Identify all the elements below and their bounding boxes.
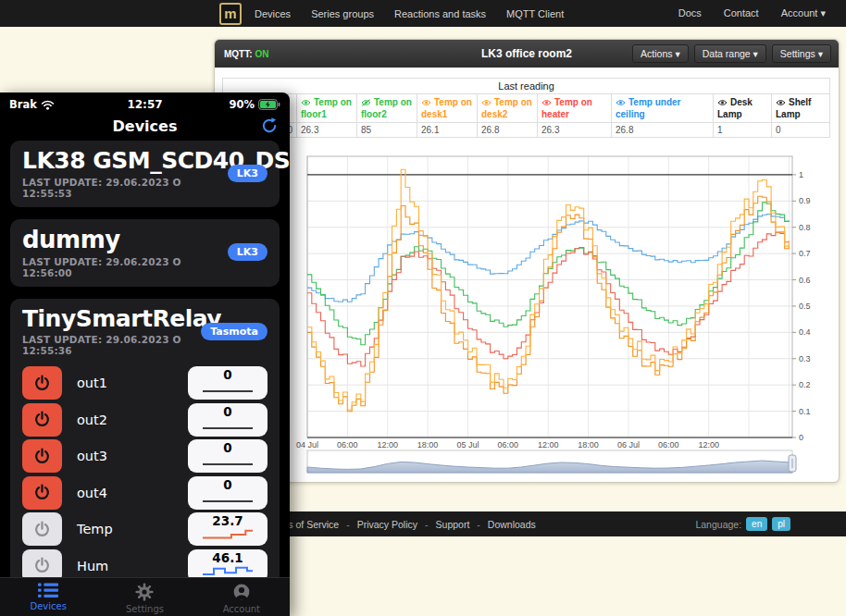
column-header-temp-on-floor2[interactable]: Temp on floor2 bbox=[357, 94, 417, 123]
column-header-temp-on-desk1[interactable]: Temp on desk1 bbox=[417, 94, 478, 123]
tab-devices[interactable]: Devices bbox=[0, 578, 96, 616]
eye-icon bbox=[481, 99, 491, 106]
time-series-chart[interactable]: 10.90.80.70.60.50.40.30.20.1004 Jul06:00… bbox=[215, 142, 837, 482]
channel-value-box: 0 bbox=[188, 366, 267, 400]
y-axis-tick: 0.7 bbox=[799, 249, 811, 258]
list-icon bbox=[38, 583, 58, 598]
device-last-update: LAST UPDATE: 29.06.2023 O 12:55:36 bbox=[22, 334, 193, 356]
nav-item-contact[interactable]: Contact bbox=[724, 7, 759, 19]
nav-item-devices[interactable]: Devices bbox=[255, 8, 291, 19]
relay-row-temp: Temp23.7 bbox=[22, 511, 267, 548]
nav-item-reactions-and-tasks[interactable]: Reactions and tasks bbox=[394, 8, 486, 19]
reading-value: 0 bbox=[772, 123, 830, 138]
power-toggle-temp[interactable] bbox=[22, 512, 62, 546]
channel-value: 0 bbox=[223, 441, 231, 455]
top-navbar: m DevicesSeries groupsReactions and task… bbox=[0, 0, 846, 27]
power-icon bbox=[32, 556, 52, 575]
reading-value: 26.8 bbox=[612, 123, 714, 138]
x-axis-tick: 06:00 bbox=[498, 440, 519, 450]
device-card[interactable]: dummy LAST UPDATE: 29.06.2023 O 12:56:00… bbox=[10, 219, 280, 287]
x-axis-tick: 18:00 bbox=[417, 440, 439, 450]
footer-link-support[interactable]: Support bbox=[436, 519, 470, 530]
last-reading-table: Last reading Temp on floor1Temp on floor… bbox=[222, 78, 830, 138]
nav-item-account[interactable]: Account ▾ bbox=[781, 7, 826, 19]
eye-icon bbox=[616, 99, 626, 106]
y-axis-tick: 0.3 bbox=[799, 354, 811, 363]
channel-label: out3 bbox=[77, 449, 188, 463]
footer-link-privacy-policy[interactable]: Privacy Policy bbox=[357, 519, 417, 530]
y-axis-tick: 0.9 bbox=[799, 196, 811, 205]
column-header-temp-on-desk2[interactable]: Temp on desk2 bbox=[478, 94, 538, 123]
panel-header: MQTT:ON LK3 office room2 Actions ▾Data r… bbox=[215, 40, 839, 68]
column-header-shelf-lamp[interactable]: Shelf Lamp bbox=[772, 94, 830, 123]
phone-status-bar: Brak 12:57 90% bbox=[0, 92, 290, 115]
nav-item-docs[interactable]: Docs bbox=[678, 7, 702, 19]
tab-label: Account bbox=[223, 604, 260, 614]
gear-icon bbox=[135, 583, 154, 601]
eye-icon bbox=[541, 99, 552, 106]
relay-row-out3: out30 bbox=[22, 437, 267, 474]
sparkline bbox=[201, 419, 255, 431]
actions-button[interactable]: Actions ▾ bbox=[632, 44, 689, 63]
power-icon bbox=[32, 410, 52, 429]
sparkline bbox=[201, 382, 255, 394]
eye-icon bbox=[421, 99, 431, 106]
power-icon bbox=[32, 483, 52, 502]
y-axis-tick: 0.4 bbox=[799, 327, 811, 337]
footer-separator: - bbox=[346, 519, 350, 530]
channel-value-box: 0 bbox=[188, 439, 267, 473]
navbar-menu: DevicesSeries groupsReactions and tasksM… bbox=[255, 8, 564, 19]
power-toggle-out3[interactable] bbox=[22, 439, 62, 473]
channel-value: 0 bbox=[223, 368, 231, 382]
sparkline bbox=[201, 455, 255, 467]
data-range-button[interactable]: Data range ▾ bbox=[694, 44, 766, 63]
table-value-row: 0026.38526.126.826.326.810 bbox=[223, 123, 830, 138]
device-card-relay[interactable]: TinySmartRelay LAST UPDATE: 29.06.2023 O… bbox=[10, 299, 280, 593]
settings-button[interactable]: Settings ▾ bbox=[772, 44, 831, 63]
phone-page-title: Devices bbox=[0, 117, 290, 135]
column-header-temp-on-heater[interactable]: Temp on heater bbox=[538, 94, 612, 123]
device-card[interactable]: LK38 GSM_SCD40_DS LAST UPDATE: 29.06.202… bbox=[10, 141, 280, 207]
reading-value: 85 bbox=[357, 123, 417, 138]
channel-value-box: 0 bbox=[188, 403, 267, 437]
channel-value: 23.7 bbox=[212, 514, 243, 528]
channel-value: 0 bbox=[223, 478, 231, 492]
power-toggle-out1[interactable] bbox=[22, 366, 62, 400]
channel-label: Temp bbox=[77, 522, 188, 536]
eye-icon bbox=[301, 99, 311, 106]
table-caption: Last reading bbox=[223, 79, 830, 94]
app-logo[interactable]: m bbox=[219, 3, 242, 25]
nav-item-mqtt-client[interactable]: MQTT Client bbox=[506, 8, 564, 19]
table-header-row: Temp on floor1Temp on floor2Temp on desk… bbox=[223, 94, 830, 123]
language-button-pl[interactable]: pl bbox=[772, 517, 790, 531]
language-switcher: Language: enpl bbox=[695, 517, 846, 531]
device-name: LK38 GSM_SCD40_DS bbox=[22, 148, 220, 175]
power-icon bbox=[32, 447, 52, 466]
channel-label: out2 bbox=[77, 413, 188, 427]
y-axis-tick: 1 bbox=[799, 170, 803, 179]
column-header-temp-under-ceiling[interactable]: Temp under ceiling bbox=[612, 94, 714, 123]
power-toggle-out2[interactable] bbox=[22, 403, 62, 437]
phone-screenshot: Brak 12:57 90% Devices bbox=[0, 92, 290, 616]
tab-account[interactable]: Account bbox=[193, 578, 290, 616]
device-type-badge: LK3 bbox=[228, 243, 267, 261]
mqtt-status: MQTT:ON bbox=[224, 49, 269, 59]
column-header-desk-lamp[interactable]: Desk Lamp bbox=[714, 94, 772, 123]
device-last-update: LAST UPDATE: 29.06.2023 O 12:55:53 bbox=[22, 177, 220, 199]
power-toggle-out4[interactable] bbox=[22, 476, 62, 510]
mqtt-label: MQTT: bbox=[224, 49, 253, 59]
column-header-temp-on-floor1[interactable]: Temp on floor1 bbox=[297, 94, 357, 123]
navigator-handle[interactable] bbox=[789, 455, 796, 472]
channel-label: Hum bbox=[77, 559, 188, 573]
tab-settings[interactable]: Settings bbox=[96, 578, 193, 616]
nav-item-series-groups[interactable]: Series groups bbox=[311, 8, 374, 19]
footer-link-downloads[interactable]: Downloads bbox=[488, 519, 536, 530]
channel-value: 0 bbox=[223, 405, 231, 419]
x-axis-tick: 06:00 bbox=[337, 440, 358, 450]
language-button-en[interactable]: en bbox=[746, 517, 767, 531]
battery-percent: 90% bbox=[229, 98, 255, 111]
refresh-icon[interactable] bbox=[260, 117, 279, 135]
device-last-update: LAST UPDATE: 29.06.2023 O 12:56:00 bbox=[22, 256, 220, 278]
reading-value: 26.8 bbox=[478, 123, 538, 138]
tab-label: Settings bbox=[126, 604, 164, 614]
